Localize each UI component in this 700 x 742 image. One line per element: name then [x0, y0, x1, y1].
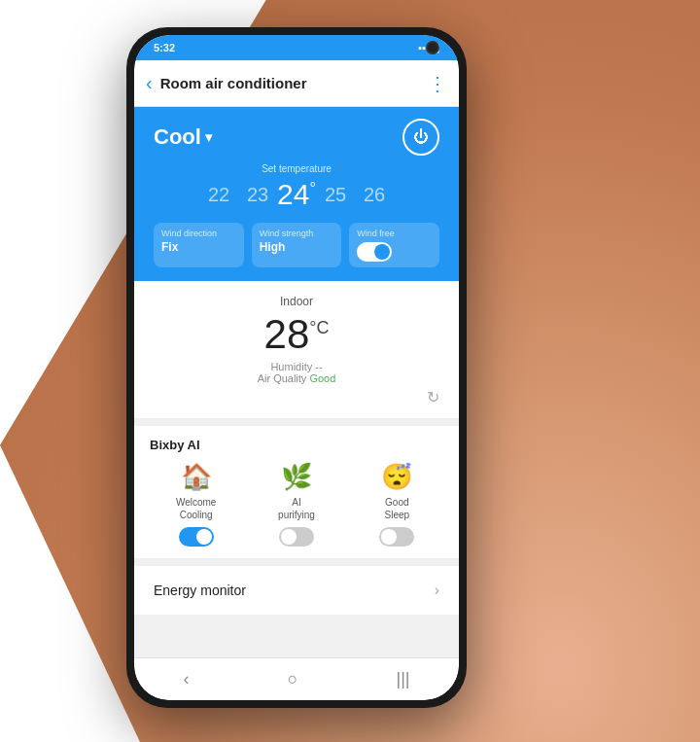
wind-strength-label: Wind strength [260, 229, 334, 238]
mode-selector[interactable]: Cool ▾ [154, 124, 212, 150]
scene: 5:32 ▪▪▪ ▮ ‹ Room air conditioner ⋮ [0, 0, 700, 742]
ai-purifying-toggle[interactable] [279, 527, 314, 547]
nav-recents-button[interactable]: ||| [396, 669, 409, 689]
wind-strength-control[interactable]: Wind strength High [252, 223, 342, 267]
wind-direction-label: Wind direction [161, 229, 236, 238]
ai-purifying-knob [281, 529, 297, 545]
power-icon: ⏻ [413, 128, 429, 146]
bixby-item-ai-purifying[interactable]: 🌿 AIpurifying [250, 462, 342, 547]
temp-23[interactable]: 23 [238, 184, 277, 206]
wind-free-control[interactable]: Wind free [349, 223, 439, 267]
welcome-cooling-knob [196, 529, 212, 545]
ai-purifying-icon: 🌿 [281, 462, 312, 492]
main-content: Indoor 28°C Humidity -- Air Quality Good… [134, 281, 459, 657]
indoor-card: Indoor 28°C Humidity -- Air Quality Good… [134, 281, 459, 418]
degree-symbol: ° [309, 180, 315, 196]
power-button[interactable]: ⏻ [402, 119, 439, 156]
header-title: Room air conditioner [160, 75, 428, 91]
phone-body: 5:32 ▪▪▪ ▮ ‹ Room air conditioner ⋮ [126, 27, 467, 708]
wind-direction-control[interactable]: Wind direction Fix [154, 223, 244, 267]
good-sleep-knob [381, 529, 397, 545]
ai-purifying-label: AIpurifying [278, 496, 315, 521]
good-sleep-label: GoodSleep [385, 496, 410, 521]
refresh-button[interactable]: ↻ [154, 388, 439, 406]
status-time: 5:32 [154, 42, 175, 53]
energy-monitor-chevron: › [435, 582, 439, 599]
back-button[interactable]: ‹ [146, 72, 153, 94]
mode-arrow-icon: ▾ [205, 129, 212, 145]
phone-inner: 5:32 ▪▪▪ ▮ ‹ Room air conditioner ⋮ [134, 35, 459, 700]
nav-home-button[interactable]: ○ [288, 669, 298, 689]
air-quality-value: Good [309, 372, 335, 384]
temp-26[interactable]: 26 [355, 184, 394, 206]
screen: 5:32 ▪▪▪ ▮ ‹ Room air conditioner ⋮ [134, 35, 459, 700]
wind-strength-value: High [260, 240, 334, 254]
temp-24-active[interactable]: 24° [277, 178, 316, 211]
bixby-item-welcome-cooling[interactable]: 🏠 WelcomeCooling [150, 462, 242, 547]
indoor-temp-value: 28 [264, 311, 310, 357]
bixby-item-good-sleep[interactable]: 😴 GoodSleep [351, 462, 443, 547]
nav-back-button[interactable]: ‹ [184, 669, 190, 689]
indoor-temp-unit: °C [309, 318, 329, 337]
set-temp-label: Set temperature [154, 163, 439, 174]
ac-control-section: Cool ▾ ⏻ Set temperature 22 23 24° 25 2 [134, 107, 459, 281]
temperature-row: 22 23 24° 25 26 [154, 178, 439, 211]
welcome-cooling-label: WelcomeCooling [176, 496, 217, 521]
bixby-title: Bixby AI [150, 438, 443, 452]
temp-25[interactable]: 25 [316, 184, 355, 206]
more-options-button[interactable]: ⋮ [428, 72, 447, 95]
wind-free-toggle[interactable] [357, 242, 392, 262]
wind-direction-value: Fix [161, 240, 236, 254]
mode-text: Cool [154, 124, 201, 150]
indoor-title: Indoor [154, 295, 439, 308]
welcome-cooling-icon: 🏠 [181, 462, 212, 492]
controls-row: Wind direction Fix Wind strength High Wi… [154, 223, 439, 267]
wind-free-label: Wind free [357, 229, 432, 238]
app-header: ‹ Room air conditioner ⋮ [134, 60, 459, 107]
welcome-cooling-toggle[interactable] [179, 527, 214, 547]
camera-dot [426, 41, 439, 54]
energy-monitor-label: Energy monitor [154, 583, 246, 598]
temp-22[interactable]: 22 [199, 184, 238, 206]
bixby-items: 🏠 WelcomeCooling 🌿 AIpurifying [150, 462, 443, 547]
indoor-temperature: 28°C [154, 312, 439, 357]
energy-monitor-card[interactable]: Energy monitor › [134, 566, 459, 615]
bixby-card: Bixby AI 🏠 WelcomeCooling 🌿 [134, 426, 459, 558]
nav-bar: ‹ ○ ||| [134, 657, 459, 700]
good-sleep-toggle[interactable] [379, 527, 414, 547]
status-bar: 5:32 ▪▪▪ ▮ [134, 35, 459, 60]
wind-free-toggle-knob [374, 244, 390, 260]
humidity-text: Humidity -- [154, 361, 439, 372]
good-sleep-icon: 😴 [381, 462, 412, 492]
mode-row: Cool ▾ ⏻ [154, 119, 439, 156]
air-quality-text: Air Quality Good [154, 372, 439, 384]
